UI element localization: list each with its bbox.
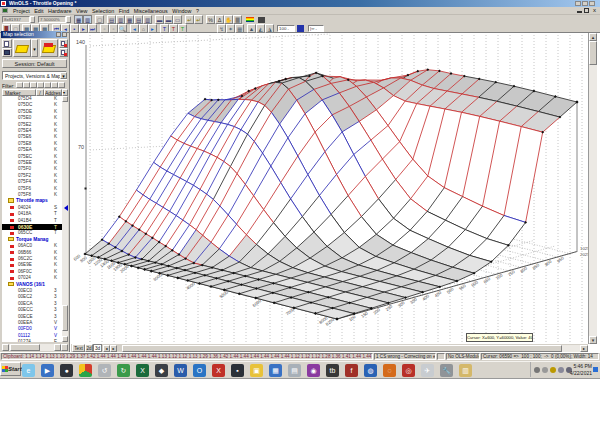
- svg-text:70: 70: [78, 144, 84, 150]
- svg-text:300: 300: [397, 300, 406, 309]
- svg-text:950: 950: [556, 255, 565, 264]
- svg-text:400: 400: [421, 293, 430, 302]
- svg-text:450: 450: [434, 289, 443, 298]
- svg-text:650: 650: [482, 276, 491, 285]
- svg-text:550: 550: [458, 283, 467, 292]
- svg-text:250: 250: [385, 303, 394, 312]
- svg-text:140: 140: [76, 39, 85, 45]
- svg-text:200: 200: [372, 307, 381, 316]
- svg-text:800: 800: [519, 265, 528, 274]
- svg-text:700: 700: [495, 272, 504, 281]
- svg-text:850: 850: [531, 262, 540, 271]
- svg-text:600: 600: [470, 279, 479, 288]
- svg-text:750: 750: [507, 269, 516, 278]
- svg-text:350: 350: [409, 296, 418, 305]
- svg-text:500: 500: [446, 286, 455, 295]
- svg-text:900: 900: [544, 259, 553, 268]
